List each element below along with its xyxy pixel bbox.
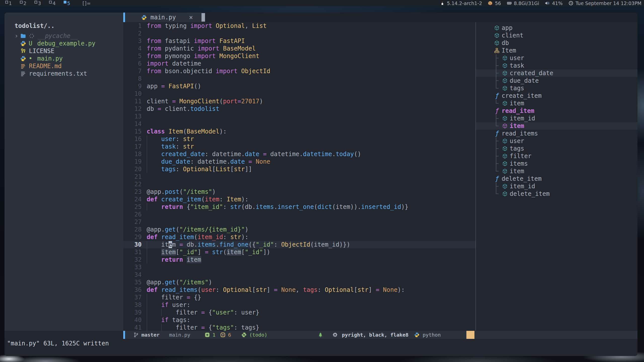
layout-symbol[interactable]: []= <box>83 1 91 6</box>
code-line-12[interactable]: 12db = client.todolist <box>123 105 475 113</box>
code-line-31[interactable]: 31item["_id"] = str(item["_id"]) <box>123 248 475 256</box>
workspace-number: 5 <box>67 1 70 6</box>
code-line-29[interactable]: 29def read_item(item_id: str): <box>123 233 475 241</box>
tab-close-icon[interactable]: × <box>189 14 193 21</box>
tree-item-__pycache__[interactable]: ›__pycache__ <box>5 32 123 40</box>
code-line-10[interactable]: 10 <box>123 90 475 98</box>
code-line-39[interactable]: 39filter = {"user": user} <box>123 309 475 316</box>
code-editor[interactable]: 1from typing import Optional, List23from… <box>123 22 475 331</box>
outline-item-item_id[interactable]: item_id <box>476 115 637 122</box>
tree-item-README.md[interactable]: README.md <box>5 62 123 70</box>
code-line-37[interactable]: 37filter = {} <box>123 294 475 301</box>
outline-item-item_id[interactable]: item_id <box>476 183 637 190</box>
outline-item-app[interactable]: app <box>476 24 637 32</box>
line-number: 21 <box>123 173 142 180</box>
code-line-27[interactable]: 27 <box>123 218 475 226</box>
code-line-3[interactable]: 3from fastapi import FastAPI <box>123 37 475 45</box>
outline-item-item[interactable]: item <box>476 122 637 130</box>
workspace-3[interactable]: 3 <box>32 0 47 6</box>
outline-item-filter[interactable]: filter <box>476 152 637 160</box>
code-line-28[interactable]: 28@app.get("/items/{item_id}") <box>123 226 475 233</box>
scroll-position-block[interactable] <box>466 331 474 339</box>
tree-connector <box>496 160 499 167</box>
symbols-outline-panel[interactable]: appclientdbItemusertaskcreated_datedue_d… <box>476 22 637 331</box>
outline-item-user[interactable]: user <box>476 54 637 62</box>
outline-item-delete_item[interactable]: ƒdelete_item <box>476 175 637 183</box>
outline-item-read_items[interactable]: ƒread_items <box>476 130 637 137</box>
code-line-1[interactable]: 1from typing import Optional, List <box>123 22 475 30</box>
tree-item-debug_example.py[interactable]: Udebug_example.py <box>5 40 123 47</box>
chevron-right-icon[interactable]: › <box>15 32 18 40</box>
code-line-13[interactable]: 13 <box>123 113 475 120</box>
workspace-5[interactable]: 5 <box>61 0 76 6</box>
code-line-33[interactable]: 33 <box>123 263 475 271</box>
indent-guide <box>147 165 161 173</box>
code-line-5[interactable]: 5from pymongo import MongoClient <box>123 52 475 60</box>
code-line-25[interactable]: 25return {"item_id": str(db.items.insert… <box>123 203 475 211</box>
code-line-20[interactable]: 20tags: Optional[List[str]] <box>123 165 475 173</box>
code-line-34[interactable]: 34 <box>123 271 475 279</box>
tree-root[interactable]: todolist/.. <box>15 22 55 30</box>
workspace-2[interactable]: 2 <box>18 0 32 6</box>
outline-item-read_item[interactable]: ƒread_item <box>476 107 637 115</box>
code-line-8[interactable]: 8 <box>123 75 475 82</box>
code-line-32[interactable]: 32return item <box>123 256 475 263</box>
code-text: tags: Optional[List[str]] <box>147 165 252 173</box>
code-line-17[interactable]: 17task: str <box>123 143 475 150</box>
line-number: 28 <box>123 226 142 233</box>
code-line-30[interactable]: 30item = db.items.find_one({"_id": Objec… <box>123 241 475 248</box>
workspace-1[interactable]: 1 <box>3 0 18 6</box>
tree-connector <box>496 100 499 107</box>
code-line-35[interactable]: 35@app.get("/items") <box>123 279 475 286</box>
outline-items: appclientdbItemusertaskcreated_datedue_d… <box>476 24 637 198</box>
outline-item-due_date[interactable]: due_date <box>476 77 637 84</box>
indent-guide <box>161 309 176 316</box>
outline-item-delete_item[interactable]: delete_item <box>476 190 637 198</box>
code-line-9[interactable]: 9app = FastAPI() <box>123 82 475 90</box>
workspace-4[interactable]: 4 <box>47 0 61 6</box>
code-line-41[interactable]: 41filter = {"tags": tags} <box>123 324 475 331</box>
outline-item-items[interactable]: items <box>476 160 637 167</box>
code-line-21[interactable]: 21 <box>123 173 475 180</box>
outline-item-task[interactable]: task <box>476 62 637 69</box>
variable-icon <box>494 24 500 32</box>
tree-item-main.py[interactable]: •main.py <box>5 55 123 62</box>
variable-icon <box>502 190 508 198</box>
outline-item-user[interactable]: user <box>476 137 637 145</box>
tab-main-py[interactable]: main.py × <box>125 13 202 22</box>
tree-item-requirements.txt[interactable]: requirements.txt <box>5 70 123 77</box>
code-line-2[interactable]: 2 <box>123 30 475 37</box>
code-line-18[interactable]: 18created_date: datetime.date = datetime… <box>123 150 475 158</box>
variable-icon <box>502 62 508 69</box>
code-line-11[interactable]: 11client = MongoClient(port=27017) <box>123 98 475 105</box>
code-line-15[interactable]: 15class Item(BaseModel): <box>123 128 475 135</box>
outline-item-Item[interactable]: Item <box>476 47 637 54</box>
code-line-19[interactable]: 19due_date: datetime.date = None <box>123 158 475 165</box>
outline-item-tags[interactable]: tags <box>476 84 637 92</box>
tree-item-LICENSE[interactable]: LICENSE <box>5 47 123 55</box>
symbol-name: read_items <box>502 130 538 137</box>
code-line-36[interactable]: 36def read_items(user: Optional[str] = N… <box>123 286 475 294</box>
code-line-16[interactable]: 16user: str <box>123 135 475 143</box>
code-line-7[interactable]: 7from bson.objectid import ObjectId <box>123 67 475 75</box>
outline-item-create_item[interactable]: ƒcreate_item <box>476 92 637 100</box>
outline-item-db[interactable]: db <box>476 39 637 47</box>
code-line-14[interactable]: 14 <box>123 120 475 128</box>
code-text: @app.post("/items") <box>147 188 216 196</box>
outline-item-item[interactable]: item <box>476 167 637 175</box>
outline-item-tags[interactable]: tags <box>476 145 637 152</box>
outline-item-client[interactable]: client <box>476 32 637 39</box>
code-line-22[interactable]: 22 <box>123 180 475 188</box>
code-line-6[interactable]: 6import datetime <box>123 60 475 67</box>
status-text: 56 <box>495 1 501 6</box>
code-line-26[interactable]: 26 <box>123 211 475 218</box>
code-line-38[interactable]: 38if user: <box>123 301 475 309</box>
outline-item-item[interactable]: item <box>476 100 637 107</box>
code-line-24[interactable]: 24def create_item(item: Item): <box>123 196 475 203</box>
code-line-4[interactable]: 4from pydantic import BaseModel <box>123 45 475 52</box>
indent-guide <box>147 324 161 331</box>
file-explorer[interactable]: todolist/.. ›__pycache__Udebug_example.p… <box>5 13 123 331</box>
code-line-23[interactable]: 23@app.post("/items") <box>123 188 475 196</box>
outline-item-created_date[interactable]: created_date <box>476 69 637 77</box>
code-line-40[interactable]: 40if tags: <box>123 316 475 324</box>
